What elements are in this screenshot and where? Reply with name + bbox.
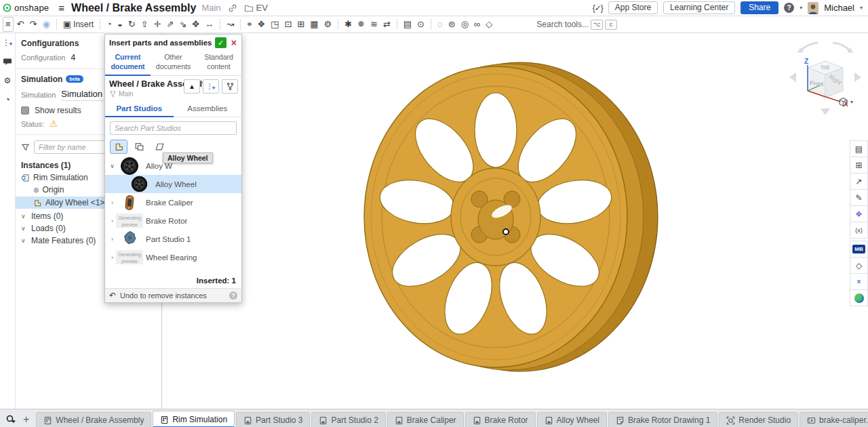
warning-icon[interactable]: ⚠ [50,120,58,128]
filter-sketches-button[interactable] [151,140,168,154]
dialog-item-wheel-bearing[interactable]: › Generating preview Wheel Bearing [105,248,241,266]
model-browser-icon[interactable]: ▤ [850,140,868,157]
app-mb-icon[interactable]: MB [850,241,868,258]
explode-view-icon[interactable]: ❖ [255,18,267,31]
tab-current-document[interactable]: Current document [105,50,151,76]
rotate-icon[interactable]: ↻ [126,18,138,31]
pulley-relation-icon[interactable]: ◎ [459,18,471,31]
rotate-right-arrow-icon[interactable] [833,43,849,50]
bom-table-icon[interactable]: ▦ [308,18,320,31]
feature-gear-icon[interactable]: ✱ [342,18,354,31]
edit-dimensions-icon[interactable]: ✎ [850,190,868,206]
version-graph-button[interactable] [222,79,238,94]
redo-icon[interactable]: ↷ [28,18,39,31]
parts-panel-icon[interactable]: ⚙ [2,75,13,86]
toggle-instances-icon[interactable]: ⇄ [381,18,393,31]
expand-move-icon[interactable]: ⇗ [165,18,176,31]
screw-relation-icon[interactable]: ◇ [484,18,494,31]
onshape-logo[interactable]: onshape [0,3,49,13]
doc-tab-part-studio-3[interactable]: Part Studio 3 [236,412,310,427]
comments-panel-icon[interactable] [2,56,13,67]
solid-parts-filter-button[interactable]: ▲ [184,79,200,94]
rack-relation-icon[interactable]: ∞ [472,18,482,31]
undo-label[interactable]: Undo to remove instances [120,291,225,300]
app-globe-icon[interactable] [850,290,868,306]
pattern-icon[interactable]: ⊞ [295,18,307,31]
app-store-button[interactable]: App Store [608,1,658,14]
select-scope-icon[interactable]: ⌖ [245,18,254,31]
pan-right-arrow-icon[interactable] [854,73,861,82]
doc-tab-brake-rotor[interactable]: Brake Rotor [465,412,536,427]
section-view-icon[interactable]: ◒ [115,18,125,31]
motion-study-icon[interactable]: ✵ [355,18,367,31]
share-link-icon[interactable] [228,3,237,13]
doc-tab-brake-caliper-mp4[interactable]: brake-caliper.mp4 [800,412,868,427]
feature-list-icon[interactable]: ≡ [3,17,14,32]
undo-icon[interactable]: ↶ [109,291,116,300]
feature-script-button[interactable]: {✓} [593,3,603,13]
update-icon[interactable]: ◉ [40,18,52,31]
rotate-left-arrow-icon[interactable] [802,43,818,50]
alloy-wheel-3d-model[interactable] [363,61,668,376]
filter-surfaces-button[interactable] [130,140,148,154]
measure-icon[interactable]: ↝ [224,18,236,31]
history-panel-icon[interactable]: ◔ [2,94,13,105]
mate-icon[interactable]: ✛ [152,18,163,31]
appearance-icon[interactable]: ⊞ [850,157,868,174]
avatar[interactable] [808,2,818,14]
belt-relation-icon[interactable]: ⊜ [446,18,458,31]
fit-width-icon[interactable]: ↔ [203,18,216,31]
subtab-assemblies[interactable]: Assemblies [174,102,242,117]
filter-parts-button[interactable] [110,140,127,154]
dialog-item-part-studio-1[interactable]: › Part Studio 1 [105,230,241,248]
main-menu-icon[interactable]: ≡ [58,2,64,14]
doc-tab-part-studio-2[interactable]: Part Studio 2 [311,412,385,427]
confirm-button[interactable]: ✓ [215,37,226,48]
tab-manager-icon[interactable] [5,414,16,425]
material-icon[interactable]: ❖ [850,206,868,222]
close-button[interactable]: × [230,38,238,47]
user-caret-icon[interactable]: ▾ [860,5,863,11]
undo-icon[interactable]: ↶ [15,18,26,31]
gear-pair-icon[interactable]: ⚙ [322,18,334,31]
subtab-part-studios[interactable]: Part Studios [105,102,174,117]
export-icon[interactable]: ↗ [850,174,868,190]
dialog-item-brake-caliper[interactable]: › Brake Caliper [105,193,241,211]
mate-connector-icon[interactable]: ⇧ [139,18,151,31]
pan-down-arrow-icon[interactable] [821,108,830,115]
dialog-item-alloy-wheel-studio[interactable]: ∨ Alloy W Alloy Wheel [105,157,241,175]
doc-tab-brake-caliper[interactable]: Brake Caliper [387,412,464,427]
part-studio-search-input[interactable] [110,121,237,135]
doc-tab-alloy-wheel[interactable]: Alloy Wheel [537,412,607,427]
configuration-value[interactable]: 4 [71,53,75,62]
notes-icon[interactable]: ▤ [401,18,414,31]
collapse-move-icon[interactable]: ⇘ [177,18,189,31]
find-features-icon[interactable]: ⊙ [415,18,427,31]
dialog-branch[interactable]: Main [109,90,181,98]
learning-center-button[interactable]: Learning Center [663,1,735,14]
share-button[interactable]: Share [741,1,778,14]
edit-in-context-icon[interactable]: ◳ [269,18,281,31]
help-button[interactable]: ? [784,3,794,13]
translate-icon[interactable]: ✥ [190,18,201,31]
gear-relation-icon[interactable]: ◌ [435,18,445,31]
view-options-button[interactable]: ▾ [838,97,853,107]
doc-tab-brake-rotor-drawing-1[interactable]: Brake Rotor Drawing 1 [608,412,717,427]
configuration-button[interactable]: ⋮+ [203,79,219,94]
user-name[interactable]: Michael [824,3,854,13]
show-results-checkbox[interactable] [21,106,29,115]
pan-left-arrow-icon[interactable] [789,73,796,82]
doc-tab-wheel-brake-assembly[interactable]: Wheel / Brake Assembly [36,412,151,427]
doc-tab-render-studio[interactable]: Render Studio [719,412,798,427]
tab-standard-content[interactable]: Standard content [196,50,241,75]
filter-icon[interactable] [21,143,30,152]
help-icon[interactable]: ? [229,291,237,300]
app-xometry-icon[interactable]: X [850,274,868,290]
dialog-item-alloy-wheel-part[interactable]: Alloy Wheel [105,175,241,193]
history-icon[interactable]: ◔ [104,18,114,31]
configurations-panel-icon[interactable]: ⋮+ [2,37,13,48]
dialog-item-brake-rotor[interactable]: › Generating preview Brake Rotor [105,211,241,230]
app-cad-viewer-icon[interactable]: ◇ [850,258,868,274]
search-tools[interactable]: Search tools... ⌥ c [536,20,617,30]
doc-tab-rim-simulation[interactable]: Rim Simulation [153,411,235,427]
